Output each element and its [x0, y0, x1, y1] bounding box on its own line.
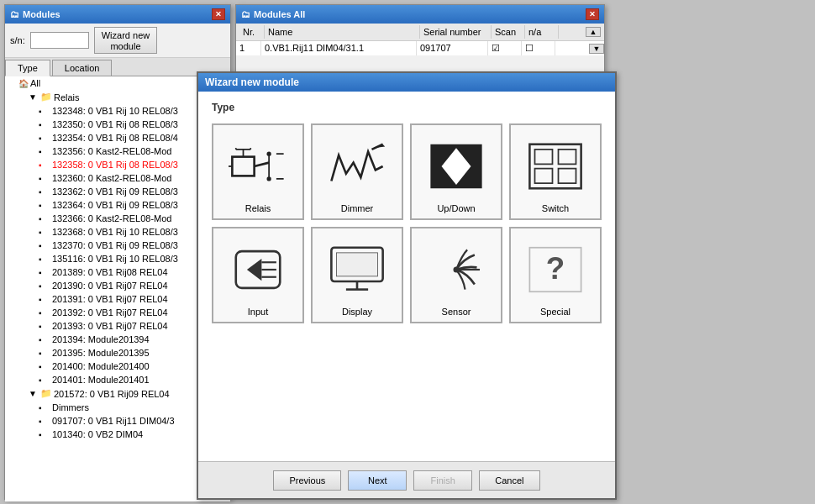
- svg-rect-20: [535, 168, 553, 183]
- dimmer-icon: [316, 132, 398, 200]
- updown-label: Up/Down: [437, 203, 475, 213]
- module-icon: ▪: [39, 255, 49, 264]
- folder-icon: 📁: [40, 92, 52, 102]
- modules-all-window: 🗂 Modules All ✕ Nr. Name Serial number S…: [235, 4, 605, 80]
- svg-rect-30: [337, 252, 378, 276]
- module-icon: ▪: [39, 107, 49, 116]
- module-icon: ▪: [39, 268, 49, 277]
- col-header-name: Name: [265, 25, 420, 39]
- finish-button[interactable]: Finish: [413, 470, 472, 491]
- cancel-button[interactable]: Cancel: [479, 470, 539, 491]
- collapse-icon: ▼: [29, 389, 39, 398]
- cell-na: ☐: [522, 41, 555, 55]
- type-cell-special[interactable]: ? Special: [509, 227, 602, 323]
- type-section-label: Type: [212, 102, 602, 113]
- wizard-content: Type: [198, 92, 615, 461]
- wizard-title-bar: Wizard new module: [198, 73, 615, 92]
- modules-close-button[interactable]: ✕: [212, 8, 225, 20]
- modules-toolbar: s/n: Wizard newmodule: [5, 24, 230, 58]
- module-icon: ▪: [39, 375, 49, 385]
- relais-label: Relais: [245, 203, 271, 213]
- module-icon: ▪: [39, 430, 49, 439]
- svg-rect-17: [529, 144, 581, 188]
- module-icon: ▪: [39, 147, 49, 156]
- modules-all-title: Modules All: [254, 9, 305, 19]
- svg-point-4: [267, 176, 271, 181]
- input-icon: [217, 235, 299, 303]
- col-header-serial: Serial number: [420, 25, 492, 39]
- svg-point-3: [267, 151, 271, 155]
- type-cell-dimmer[interactable]: Dimmer: [311, 123, 403, 220]
- module-icon: ▪: [39, 134, 49, 143]
- modules-title-bar: 🗂 Modules ✕: [5, 5, 230, 24]
- module-icon: ▪: [39, 228, 49, 237]
- module-icon: ▪: [39, 417, 49, 426]
- module-icon: ▪: [39, 214, 49, 223]
- type-cell-relais[interactable]: Relais: [212, 123, 304, 220]
- type-cell-display[interactable]: Display: [311, 227, 403, 323]
- scroll-up-button[interactable]: ▲: [586, 27, 601, 37]
- cell-nr: 1: [236, 41, 261, 55]
- module-icon: ▪: [39, 349, 49, 358]
- module-icon: ▪: [39, 201, 49, 210]
- col-header-scan: Scan: [492, 25, 525, 39]
- module-icon: ▪: [39, 174, 49, 183]
- type-cell-input[interactable]: Input: [212, 227, 304, 323]
- module-icon: ▪: [39, 120, 49, 129]
- svg-point-31: [454, 266, 460, 272]
- tab-type[interactable]: Type: [5, 60, 50, 76]
- wizard-footer: Previous Next Finish Cancel: [198, 461, 615, 498]
- svg-rect-0: [232, 156, 254, 176]
- modules-title: Modules: [23, 9, 60, 19]
- module-icon: ▪: [39, 160, 49, 170]
- updown-icon: [415, 132, 497, 200]
- wizard-new-module-button[interactable]: Wizard newmodule: [94, 27, 157, 54]
- sensor-icon: [415, 235, 497, 303]
- module-icon: ▪: [39, 295, 49, 304]
- svg-rect-19: [559, 149, 576, 164]
- special-label: Special: [540, 307, 570, 317]
- modules-all-title-bar: 🗂 Modules All ✕: [236, 5, 604, 24]
- previous-button[interactable]: Previous: [273, 470, 341, 491]
- module-icon: ▪: [39, 241, 49, 250]
- cell-name: 0.VB1.Rij11 DIM04/31.1: [261, 41, 417, 55]
- module-icon: ▪: [39, 322, 49, 331]
- sn-label: s/n:: [10, 35, 25, 45]
- module-icon: ▪: [39, 308, 49, 318]
- svg-marker-23: [247, 258, 262, 280]
- sn-input[interactable]: [30, 32, 89, 49]
- tab-location[interactable]: Location: [52, 60, 113, 76]
- module-icon: ▪: [39, 281, 49, 291]
- modules-all-close-button[interactable]: ✕: [586, 8, 599, 20]
- col-header-nr: Nr.: [239, 25, 265, 39]
- modules-all-icon: 🗂: [241, 9, 250, 19]
- home-icon: 🏠: [18, 79, 29, 88]
- svg-rect-18: [535, 149, 553, 164]
- cell-serial: 091707: [417, 41, 488, 55]
- module-icon: ▪: [39, 362, 49, 371]
- folder-icon: 📁: [40, 388, 52, 399]
- switch-icon: [514, 132, 597, 200]
- sensor-label: Sensor: [442, 307, 471, 317]
- module-icon: ▪: [39, 335, 49, 344]
- wizard-title: Wizard new module: [205, 76, 299, 88]
- next-button[interactable]: Next: [348, 470, 407, 491]
- col-header-na: n/a: [525, 25, 559, 39]
- relais-icon: [217, 132, 299, 200]
- input-label: Input: [248, 307, 268, 317]
- type-cell-switch[interactable]: Switch: [509, 123, 602, 220]
- module-icon: ▪: [39, 403, 49, 412]
- type-cell-sensor[interactable]: Sensor: [410, 227, 502, 323]
- type-cell-updown[interactable]: Up/Down: [410, 123, 502, 220]
- special-icon: ?: [514, 235, 597, 303]
- svg-line-1: [255, 162, 270, 165]
- scroll-down-button[interactable]: ▼: [589, 44, 604, 54]
- display-icon: [316, 235, 398, 303]
- module-icon: ▪: [39, 187, 49, 197]
- type-grid: Relais Dimmer: [212, 123, 602, 323]
- dimmer-label: Dimmer: [341, 203, 374, 213]
- svg-rect-21: [559, 168, 576, 183]
- collapse-icon: ▼: [29, 92, 39, 102]
- wizard-dialog: Wizard new module Type: [197, 71, 617, 500]
- svg-text:?: ?: [546, 251, 565, 286]
